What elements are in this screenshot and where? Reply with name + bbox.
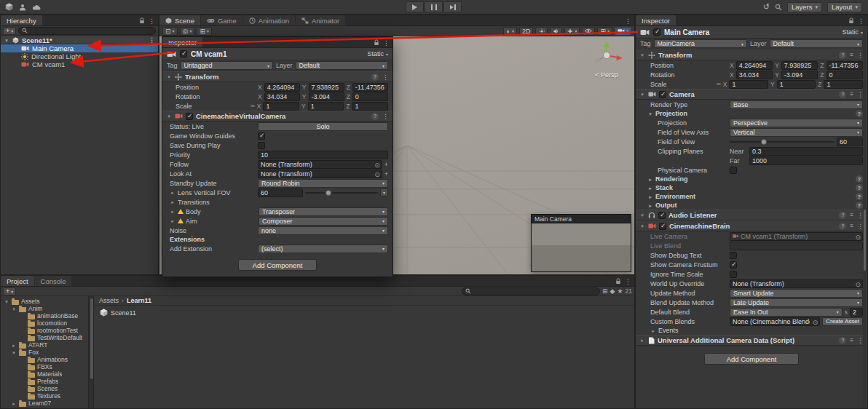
- rotation-z-field[interactable]: 0: [352, 92, 388, 101]
- presets-icon[interactable]: ≡: [850, 91, 853, 98]
- default-blend-dropdown[interactable]: Ease In Out: [730, 308, 843, 317]
- breadcrumb-current[interactable]: Learn11: [127, 297, 151, 304]
- scene-orientation-gizmo[interactable]: < Persp: [588, 40, 626, 79]
- foldout-icon[interactable]: [11, 306, 17, 311]
- presets-icon[interactable]: ≡: [850, 52, 853, 58]
- add-extension-dropdown[interactable]: (select): [258, 245, 388, 253]
- presets-icon[interactable]: ≡: [850, 337, 853, 344]
- slider-knob[interactable]: [326, 190, 331, 196]
- scale-z-field[interactable]: 1: [824, 80, 863, 89]
- hierarchy-search[interactable]: [18, 27, 156, 35]
- body-dropdown[interactable]: Transposer: [259, 207, 388, 216]
- foldout-icon[interactable]: [639, 223, 645, 229]
- foldout-icon[interactable]: [647, 194, 653, 199]
- foldout-icon[interactable]: [639, 52, 645, 57]
- tab-scene[interactable]: Scene: [159, 15, 200, 25]
- breadcrumb-root[interactable]: Assets: [99, 297, 119, 304]
- active-checkbox[interactable]: [180, 50, 187, 57]
- events-row[interactable]: Events: [636, 326, 867, 335]
- tab-project[interactable]: Project: [1, 276, 34, 286]
- menu-icon[interactable]: [858, 17, 864, 25]
- step-button[interactable]: [443, 1, 462, 12]
- project-search-input[interactable]: [473, 287, 596, 295]
- tree-item-atart[interactable]: ATART: [1, 341, 88, 349]
- foldout-icon[interactable]: [170, 199, 175, 204]
- priority-field[interactable]: 10: [258, 151, 388, 159]
- 2d-toggle[interactable]: 2D: [519, 27, 534, 36]
- rendering-section-header[interactable]: Rendering: [636, 175, 867, 183]
- help-icon[interactable]: [856, 202, 863, 209]
- projection-dropdown[interactable]: Perspective: [730, 119, 863, 127]
- pivot-dropdown[interactable]: ◎: [180, 27, 195, 36]
- help-icon[interactable]: [856, 175, 863, 183]
- inspector-scrollbar[interactable]: [863, 27, 867, 408]
- tree-item-textures[interactable]: Textures: [1, 392, 88, 400]
- custom-blends-object-field[interactable]: None (Cinemachine Blender Sett: [730, 317, 820, 326]
- help-icon[interactable]: [371, 74, 379, 81]
- active-checkbox[interactable]: [653, 28, 660, 36]
- update-method-dropdown[interactable]: Smart Update: [730, 289, 863, 298]
- tree-scrollbar[interactable]: [88, 296, 93, 408]
- tab-animation[interactable]: Animation: [243, 15, 295, 25]
- fov-field[interactable]: 60: [837, 138, 863, 146]
- shading-mode-dropdown[interactable]: ◐: [503, 27, 516, 36]
- tree-item-anim[interactable]: Anim: [1, 305, 88, 312]
- search-by-label-icon[interactable]: ◆: [610, 287, 615, 295]
- physical-camera-checkbox[interactable]: [730, 167, 737, 174]
- rotation-y-field[interactable]: -3.094: [781, 71, 818, 79]
- grid-snapping-dropdown[interactable]: ⊞: [197, 27, 212, 36]
- transform-component-header[interactable]: Transform: [162, 71, 392, 82]
- account-icon[interactable]: [19, 4, 26, 11]
- tab-inspector[interactable]: Inspector: [636, 15, 676, 25]
- tab-game[interactable]: Game: [201, 15, 242, 25]
- project-search[interactable]: [462, 287, 600, 295]
- tag-dropdown[interactable]: Untagged: [181, 61, 273, 70]
- menu-icon[interactable]: [625, 17, 631, 25]
- lock-icon[interactable]: [615, 278, 621, 285]
- cinemachine-vcam-component-header[interactable]: CinemachineVirtualCamera: [162, 111, 392, 122]
- near-clip-field[interactable]: 0.3: [749, 147, 863, 156]
- show-camera-frustum-checkbox[interactable]: [730, 261, 737, 269]
- position-x-field[interactable]: 4.264094: [736, 61, 773, 70]
- scale-link-icon[interactable]: ∞: [250, 103, 255, 109]
- layer-dropdown[interactable]: Default: [770, 39, 863, 48]
- lens-fov-field[interactable]: 60: [258, 188, 303, 197]
- hierarchy-item-main-camera[interactable]: Main Camera: [1, 44, 158, 52]
- static-dropdown[interactable]: Static: [367, 50, 388, 57]
- tree-item-testwritedefault[interactable]: TestWriteDefault: [1, 334, 88, 341]
- position-y-field[interactable]: 7.938925: [309, 83, 344, 92]
- add-component-button[interactable]: Add Component: [238, 259, 317, 271]
- tree-item-materials[interactable]: Materials: [1, 370, 88, 378]
- camera-data-component-header[interactable]: Universal Additional Camera Data (Script…: [636, 335, 867, 346]
- foldout-icon[interactable]: [647, 203, 653, 208]
- help-icon[interactable]: [839, 212, 846, 219]
- foldout-icon[interactable]: [170, 209, 175, 214]
- blend-update-method-dropdown[interactable]: Late Update: [730, 298, 863, 307]
- scale-link-icon[interactable]: ∞: [717, 81, 721, 87]
- foldout-icon[interactable]: [11, 343, 17, 348]
- help-icon[interactable]: [856, 193, 863, 200]
- rotation-y-field[interactable]: -3.094: [309, 92, 344, 101]
- transitions-row[interactable]: Transitions: [162, 197, 392, 207]
- foldout-icon[interactable]: [639, 213, 645, 218]
- rotation-z-field[interactable]: 0: [826, 71, 863, 79]
- menu-icon[interactable]: [149, 17, 155, 25]
- tab-animator[interactable]: Animator: [296, 15, 345, 25]
- search-by-type-icon[interactable]: ⊞: [602, 287, 608, 295]
- tag-dropdown[interactable]: MainCamera: [654, 39, 747, 48]
- foldout-icon[interactable]: [4, 38, 9, 43]
- menu-icon[interactable]: [625, 278, 631, 285]
- standby-update-dropdown[interactable]: Round Robin: [258, 179, 388, 188]
- foldout-icon[interactable]: [11, 350, 17, 355]
- position-x-field[interactable]: 4.264094: [264, 83, 300, 92]
- tree-item-scenes[interactable]: Scenes: [1, 385, 88, 392]
- foldout-icon[interactable]: [166, 74, 172, 79]
- lens-presets-dropdown[interactable]: [380, 188, 388, 196]
- lock-icon[interactable]: [139, 17, 145, 24]
- position-z-field[interactable]: -11.47356: [352, 83, 388, 92]
- tree-item-locomotion[interactable]: locomotion: [1, 319, 88, 327]
- cinemachine-brain-component-header[interactable]: CinemachineBrain ≡: [636, 221, 867, 231]
- audio-listener-component-header[interactable]: Audio Listener ≡: [636, 210, 867, 221]
- layers-dropdown[interactable]: Layers: [787, 2, 822, 12]
- menu-icon[interactable]: [383, 39, 390, 47]
